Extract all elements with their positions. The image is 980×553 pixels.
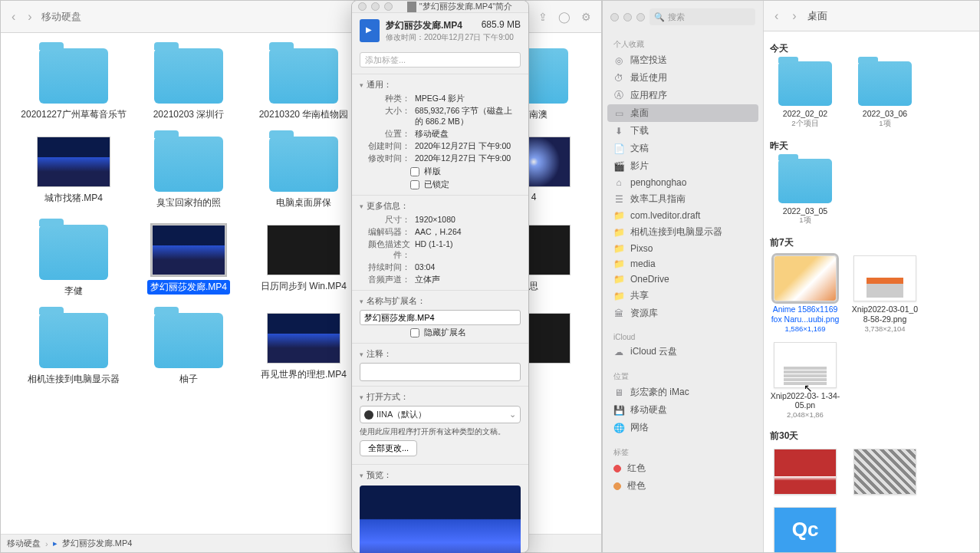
folder-icon [778, 61, 832, 106]
sidebar-item[interactable]: 📁Pixso [603, 241, 763, 256]
close-icon[interactable] [358, 2, 367, 11]
path-segment[interactable]: 梦幻丽莎发廊.MP4 [62, 538, 133, 549]
sidebar-item[interactable]: ☰效率工具指南 [603, 190, 763, 208]
grid-item[interactable]: 电脑桌面屏保 [246, 137, 361, 209]
sidebar-item[interactable]: 📄文稿 [603, 140, 763, 157]
app-icon [364, 410, 373, 420]
sidebar-item[interactable]: 📁media [603, 256, 763, 272]
sidebar-item[interactable]: 💾移动硬盘 [603, 401, 763, 419]
change-all-button[interactable]: 全部更改... [360, 440, 417, 456]
forward-button[interactable]: › [789, 9, 799, 23]
item-sublabel: 2个项目 [791, 119, 818, 129]
sidebar-item[interactable]: 📁共享 [603, 287, 763, 304]
grid-item[interactable]: Xnip2022-03- 1-34-05.pn2,048×1,86 [770, 342, 840, 419]
section-preview: 预览： [352, 464, 528, 553]
zoom-icon[interactable] [636, 13, 645, 21]
grid-item[interactable]: 20210203 深圳行 [131, 48, 246, 121]
info-value: 立体声 [415, 275, 521, 285]
sidebar-item[interactable]: ☁iCloud 云盘 [603, 343, 763, 360]
checkbox[interactable] [410, 167, 419, 176]
grid-item[interactable]: Xnip2022-03-01_0 8-58-29.png3,738×2,104 [850, 255, 920, 332]
sidebar-item[interactable]: ⏱最近使用 [603, 69, 763, 87]
sidebar-item[interactable]: 🌐网络 [603, 419, 763, 436]
item-label: 电脑桌面屏保 [276, 196, 331, 209]
item-label: 相机连接到电脑显示器 [28, 373, 120, 386]
info-modified: 修改时间：2020年12月27日 下午9:00 [386, 32, 521, 43]
checkbox-label: 样版 [424, 166, 441, 177]
action-icon[interactable]: ⚙ [578, 9, 594, 25]
section-header-more[interactable]: 更多信息： [360, 200, 521, 212]
info-key: 修改时间： [367, 153, 410, 164]
folder-icon [269, 137, 338, 192]
close-icon[interactable] [610, 13, 619, 21]
grid-item[interactable]: 日历同步到 Win.MP4 [246, 225, 361, 298]
group-grid: Qc [770, 449, 973, 552]
sidebar-item[interactable]: 📁com.lveditor.draft [603, 208, 763, 223]
minimize-icon[interactable] [623, 13, 632, 21]
grid-item[interactable]: Anime 1586x1169 fox Naru...uubi.png1,586… [770, 255, 840, 332]
back-button[interactable]: ‹ [8, 10, 18, 24]
sidebar-item[interactable]: ◎隔空投送 [603, 51, 763, 69]
item-sublabel: 1,586×1,169 [784, 324, 825, 333]
sidebar-item-icon: ▭ [613, 108, 624, 119]
sidebar-item[interactable]: 🖥彭宏豪的 iMac [603, 383, 763, 401]
sidebar-item[interactable]: ⬇下载 [603, 122, 763, 140]
minimize-icon[interactable] [371, 2, 380, 11]
grid-item[interactable] [850, 449, 920, 498]
grid-item[interactable]: 再见世界的理想.MP4 [246, 313, 361, 386]
grid-item[interactable]: 李健 [16, 225, 131, 298]
grid-item[interactable]: 梦幻丽莎发廊.MP4 [131, 225, 246, 298]
open-with-select[interactable]: IINA（默认） ⌄ [360, 406, 521, 423]
sidebar-item-label: 桌面 [630, 107, 649, 120]
grid-item[interactable]: 相机连接到电脑显示器 [16, 313, 131, 386]
share-icon[interactable]: ⇪ [535, 9, 551, 25]
sidebar-item[interactable]: ⌂penghonghao [603, 175, 763, 190]
hide-extension-checkbox[interactable] [410, 328, 419, 337]
grid-item[interactable]: 20201227广州草莓音乐节 [16, 48, 131, 121]
item-label: 20201227广州草莓音乐节 [21, 108, 126, 121]
sidebar-tag[interactable]: 橙色 [603, 477, 763, 495]
tags-input[interactable]: 添加标签... [360, 52, 521, 67]
grid-item[interactable]: Qc [770, 507, 840, 552]
section-header-open-with[interactable]: 打开方式： [360, 391, 521, 403]
window-title: 桌面 [807, 9, 827, 23]
folder-icon [154, 48, 223, 104]
grid-item[interactable]: 臭宝回家拍的照 [131, 137, 246, 209]
section-header-name[interactable]: 名称与扩展名： [360, 295, 521, 307]
search-input[interactable]: 🔍搜索 [649, 8, 755, 25]
tag-icon[interactable]: ◯ [557, 9, 572, 25]
sidebar-item-label: penghonghao [630, 177, 686, 188]
section-header-general[interactable]: 通用： [360, 79, 521, 91]
sidebar-item[interactable]: 🏛资源库 [603, 304, 763, 322]
sidebar-tag[interactable]: 红色 [603, 459, 763, 477]
document-icon [407, 2, 416, 12]
image-thumbnail [853, 449, 916, 495]
grid-item[interactable] [770, 449, 840, 498]
sidebar-item-label: 彭宏豪的 iMac [630, 386, 689, 399]
grid-item[interactable]: 20210320 华南植物园 [246, 48, 361, 121]
sidebar-section-tags: 标签 [603, 446, 763, 459]
grid-item[interactable]: 柚子 [131, 313, 246, 386]
section-header-comments[interactable]: 注释： [360, 348, 521, 360]
item-label: 城市找猪.MP4 [44, 192, 103, 205]
back-button[interactable]: ‹ [771, 9, 781, 23]
comments-input[interactable] [360, 363, 521, 381]
sidebar-item[interactable]: 🎬影片 [603, 157, 763, 175]
item-label: 2022_03_06 [863, 109, 907, 119]
sidebar-item[interactable]: 📁相机连接到电脑显示器 [603, 223, 763, 241]
grid-item[interactable]: 2022_03_061项 [850, 61, 920, 129]
forward-button[interactable]: › [25, 10, 35, 24]
sidebar-item[interactable]: Ⓐ应用程序 [603, 87, 763, 104]
grid-item[interactable]: 城市找猪.MP4 [16, 137, 131, 209]
sidebar-item-label: 共享 [630, 289, 649, 302]
sidebar-item-label: 资源库 [630, 307, 658, 320]
sidebar-item[interactable]: 📁OneDrive [603, 272, 763, 287]
grid-item[interactable]: 2022_02_022个项目 [770, 61, 840, 129]
checkbox[interactable] [410, 180, 419, 189]
zoom-icon[interactable] [384, 2, 393, 11]
path-segment[interactable]: 移动硬盘 [7, 538, 41, 549]
sidebar-item[interactable]: ▭桌面 [607, 104, 758, 122]
name-ext-input[interactable] [360, 310, 521, 325]
grid-item[interactable]: 2022_03_051项 [770, 159, 840, 226]
section-header-preview[interactable]: 预览： [360, 469, 521, 481]
